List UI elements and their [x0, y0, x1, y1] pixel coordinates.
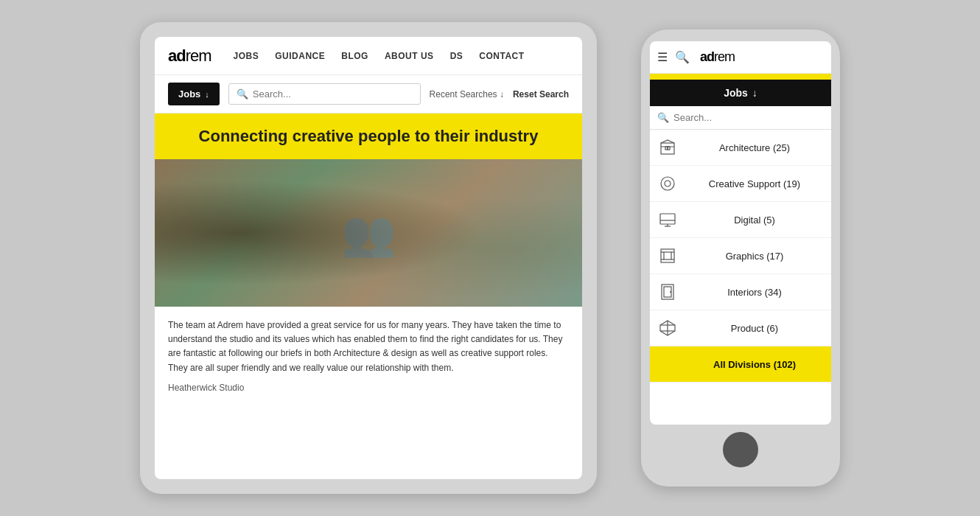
- category-product[interactable]: Product (6): [650, 310, 831, 346]
- graphics-label: Graphics (17): [685, 251, 824, 262]
- reset-search-button[interactable]: Reset Search: [513, 89, 569, 100]
- nav-contact[interactable]: CONTACT: [479, 51, 524, 61]
- svg-rect-10: [661, 249, 674, 262]
- hero-headline: Connecting creative people to their indu…: [169, 127, 567, 146]
- phone-screen: ☰ 🔍 adrem Jobs ↓ 🔍 Architecture (2: [650, 41, 831, 425]
- svg-point-5: [665, 181, 671, 186]
- studio-name: Heatherwick Studio: [168, 381, 569, 395]
- category-creative-support[interactable]: Creative Support (19): [650, 166, 831, 202]
- phone-dropdown-arrow-icon: ↓: [752, 87, 757, 99]
- all-icon: [657, 354, 678, 374]
- svg-rect-6: [660, 214, 675, 224]
- phone-jobs-button[interactable]: Jobs ↓: [650, 80, 831, 106]
- svg-point-4: [661, 177, 674, 190]
- nav-ds[interactable]: DS: [450, 51, 463, 61]
- interiors-label: Interiors (34): [685, 287, 824, 298]
- phone-search-icon-inner: 🔍: [657, 112, 669, 123]
- search-icon: 🔍: [237, 88, 248, 100]
- circle-dot-icon: [657, 173, 678, 194]
- hamburger-icon[interactable]: ☰: [657, 50, 668, 64]
- tablet-screen: adrem JOBS GUIDANCE BLOG ABOUT US DS CON…: [155, 37, 582, 479]
- phone-search-icon[interactable]: 🔍: [675, 50, 690, 64]
- building-icon: [657, 137, 678, 158]
- testimonial-text: The team at Adrem have provided a great …: [168, 318, 569, 375]
- svg-point-18: [670, 291, 671, 293]
- category-graphics[interactable]: Graphics (17): [650, 238, 831, 274]
- hero-image: [155, 159, 582, 307]
- tablet-hero-banner: Connecting creative people to their indu…: [155, 114, 582, 159]
- digital-label: Digital (5): [685, 215, 824, 226]
- search-input[interactable]: [253, 88, 413, 100]
- product-label: Product (6): [685, 323, 824, 334]
- tablet-search-bar: Jobs ↓ 🔍 Recent Searches ↓ Reset Search: [155, 75, 582, 114]
- tablet-nav: adrem JOBS GUIDANCE BLOG ABOUT US DS CON…: [155, 37, 582, 75]
- frame-icon: [657, 245, 678, 266]
- all-divisions-label: All Divisions (102): [685, 359, 824, 370]
- jobs-dropdown-button[interactable]: Jobs ↓: [168, 83, 220, 105]
- door-icon: [657, 282, 678, 302]
- tablet-logo: adrem: [168, 46, 211, 66]
- nav-about-us[interactable]: ABOUT US: [385, 51, 434, 61]
- phone-search-wrap: 🔍: [650, 106, 831, 130]
- category-interiors[interactable]: Interiors (34): [650, 274, 831, 310]
- svg-rect-11: [664, 252, 671, 259]
- nav-jobs[interactable]: JOBS: [234, 51, 259, 61]
- dropdown-arrow-icon: ↓: [205, 90, 209, 99]
- svg-rect-2: [668, 147, 670, 150]
- recent-searches-label[interactable]: Recent Searches ↓: [430, 89, 504, 100]
- category-all-divisions[interactable]: All Divisions (102): [650, 346, 831, 383]
- testimonial-section: The team at Adrem have provided a great …: [155, 307, 582, 479]
- categories-dropdown: Architecture (25) Creative Support (19) …: [650, 130, 831, 425]
- category-architecture[interactable]: Architecture (25): [650, 130, 831, 166]
- yellow-stripe: [650, 74, 831, 80]
- cube-icon: [657, 318, 678, 338]
- phone-device: ☰ 🔍 adrem Jobs ↓ 🔍 Architecture (2: [641, 29, 840, 487]
- nav-guidance[interactable]: GUIDANCE: [275, 51, 325, 61]
- phone-logo: adrem: [700, 49, 735, 65]
- search-input-wrap: 🔍: [228, 83, 421, 105]
- monitor-icon: [657, 209, 678, 230]
- phone-home-button[interactable]: [723, 432, 758, 467]
- category-digital[interactable]: Digital (5): [650, 202, 831, 238]
- nav-blog[interactable]: BLOG: [341, 51, 368, 61]
- tablet-device: adrem JOBS GUIDANCE BLOG ABOUT US DS CON…: [140, 22, 597, 494]
- creative-support-label: Creative Support (19): [685, 178, 824, 189]
- phone-search-input[interactable]: [673, 112, 824, 123]
- architecture-label: Architecture (25): [685, 142, 824, 153]
- phone-nav: ☰ 🔍 adrem: [650, 41, 831, 74]
